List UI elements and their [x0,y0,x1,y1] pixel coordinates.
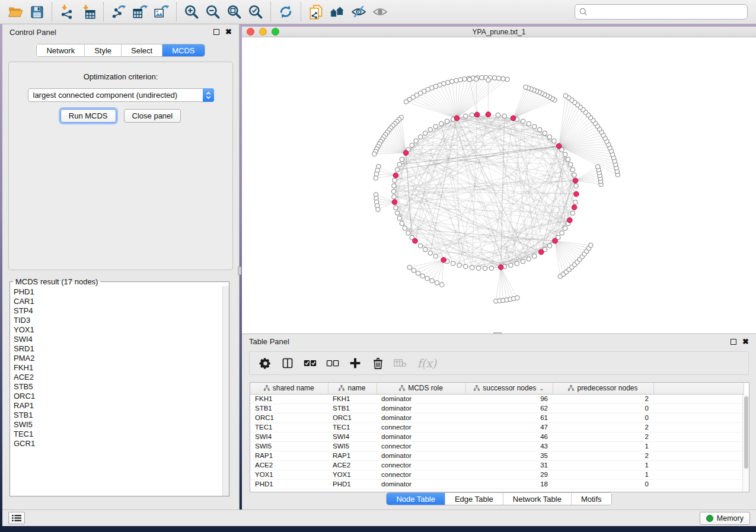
refresh-layout-button[interactable] [275,2,296,22]
tab-motifs[interactable]: Motifs [572,493,611,505]
network-window-title: YPA_prune.txt_1 [242,28,756,36]
mcds-result-item[interactable]: TEC1 [14,430,222,439]
add-column-button[interactable] [346,354,365,373]
control-panel: Control Panel ✖ Network Style Select MCD… [2,24,240,509]
tab-node-table[interactable]: Node Table [387,493,445,505]
close-table-panel-icon[interactable]: ✖ [742,339,749,345]
plus-icon [349,357,361,369]
optimization-criterion-label: Optimization criterion: [9,72,232,81]
run-mcds-button[interactable]: Run MCDS [60,109,116,123]
first-neighbors-button[interactable] [327,2,348,22]
table-row[interactable]: SWI4SWI4dominator462 [250,432,744,441]
tab-network[interactable]: Network [37,44,85,56]
mcds-result-item[interactable]: SRD1 [14,344,222,354]
table-column-header[interactable]: predecessor nodes [553,383,653,394]
import-network-button[interactable] [56,2,78,22]
mcds-result-item[interactable]: ORC1 [14,392,222,401]
float-table-panel-icon[interactable] [731,339,736,345]
delete-column-button[interactable] [368,354,387,373]
tab-select[interactable]: Select [122,44,162,56]
mcds-result-item[interactable]: PHD1 [14,287,222,297]
result-list-scrollbar[interactable] [222,286,229,496]
table-row[interactable]: STB1STB1dominator620 [250,403,744,413]
mcds-result-item[interactable]: STP4 [14,306,222,316]
close-panel-icon[interactable]: ✖ [225,29,232,35]
table-column-header[interactable]: successor nodes ⌄ [465,383,553,394]
show-all-button[interactable] [369,2,391,22]
delete-table-button[interactable] [391,354,410,373]
mcds-result-item[interactable]: SWI5 [14,420,222,430]
trash-icon [372,357,384,370]
table-column-header[interactable]: shared name [250,383,328,394]
network-canvas[interactable] [242,37,756,334]
refresh-icon [278,4,294,20]
import-network-icon [59,4,75,20]
float-panel-icon[interactable] [213,29,219,35]
network-search-box[interactable] [575,4,748,20]
table-row[interactable]: PHD1PHD1dominator180 [250,479,744,489]
mcds-result-item[interactable]: ACE2 [14,373,222,382]
zoom-out-button[interactable] [202,2,224,22]
mcds-result-item[interactable]: STB5 [14,382,222,392]
table-row[interactable]: TEC1TEC1connector472 [250,422,744,432]
task-history-button[interactable] [8,512,25,524]
tab-network-table[interactable]: Network Table [503,493,572,505]
open-file-button[interactable] [5,2,26,22]
share-document-button[interactable] [305,2,327,22]
hide-selected-button[interactable] [348,2,369,22]
mcds-result-list[interactable]: PHD1CAR1STP4TID3YOX1SWI4SRD1PMA2FKH1ACE2… [11,287,222,495]
memory-button[interactable]: Memory [700,512,750,525]
mcds-result-item[interactable]: STB1 [14,411,222,420]
zoom-in-button[interactable] [181,2,202,22]
function-builder-button[interactable]: f(x) [413,354,441,373]
table-scrollbar-thumb[interactable] [744,396,748,469]
optimization-criterion-dropdown[interactable]: largest connected component (undirected) [28,88,214,102]
table-column-header[interactable]: name [328,383,377,394]
fx-icon: f(x) [417,357,437,370]
tab-edge-table[interactable]: Edge Table [445,493,503,505]
mcds-result-item[interactable]: GCR1 [14,439,222,448]
table-row[interactable]: ORC1ORC1dominator610 [250,413,744,422]
export-table-button[interactable] [129,2,151,22]
table-column-header[interactable]: MCDS role [377,383,465,394]
search-input[interactable] [591,8,743,16]
mcds-result-box: MCDS result (17 nodes) PHD1CAR1STP4TID3Y… [9,277,229,496]
list-icon [12,514,21,522]
save-session-button[interactable] [26,2,47,22]
table-settings-button[interactable] [256,354,275,373]
vertical-splitter-handle[interactable] [238,267,241,275]
import-table-button[interactable] [78,2,99,22]
zoom-fit-button[interactable] [224,2,245,22]
network-window-titlebar[interactable]: YPA_prune.txt_1 [242,27,756,37]
mcds-result-item[interactable]: YOX1 [14,325,222,335]
toolbar-separator [176,2,177,21]
table-row[interactable]: ACE2ACE2connector311 [250,460,744,470]
mcds-result-item[interactable]: RAP1 [14,401,222,411]
zoom-selected-icon [248,4,263,20]
export-image-button[interactable] [151,2,172,22]
columns-icon [282,357,294,369]
mcds-result-item[interactable]: SWI4 [14,335,222,344]
deselect-all-button[interactable] [323,354,342,373]
zoom-out-icon [205,4,221,20]
select-all-button[interactable] [301,354,320,373]
export-network-button[interactable] [108,2,129,22]
mcds-result-item[interactable]: FKH1 [14,363,222,373]
table-scrollbar[interactable] [742,395,749,492]
mcds-result-item[interactable]: PMA2 [14,354,222,363]
tab-style[interactable]: Style [85,44,122,56]
attribute-type-icon [568,385,574,391]
tab-mcds[interactable]: MCDS [162,44,204,56]
table-row[interactable]: SWI5SWI5connector431 [250,441,744,451]
table-row[interactable]: RAP1RAP1dominator352 [250,451,744,460]
houses-icon [328,4,346,20]
zoom-selected-button[interactable] [245,2,266,22]
mcds-result-item[interactable]: CAR1 [14,297,222,306]
memory-status-icon [706,515,713,522]
mcds-result-item[interactable]: TID3 [14,316,222,325]
column-selector-button[interactable] [278,354,297,373]
close-panel-button[interactable]: Close panel [124,109,181,123]
table-row[interactable]: FKH1FKH1dominator962 [250,394,744,403]
attribute-type-icon [339,385,344,391]
table-row[interactable]: YOX1YOX1connector291 [250,470,744,479]
